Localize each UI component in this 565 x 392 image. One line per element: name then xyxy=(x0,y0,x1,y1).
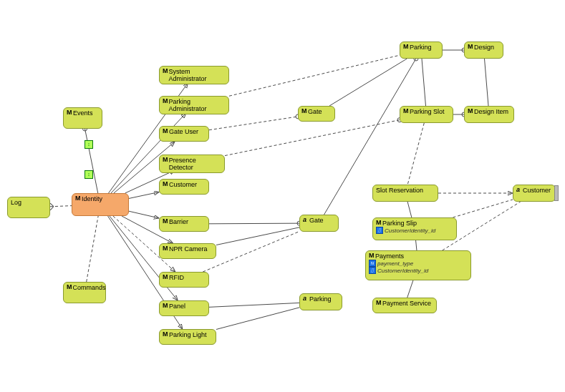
stereotype-icon: M xyxy=(67,284,72,290)
entity-log[interactable]: Log xyxy=(7,197,50,218)
entity-label: Gate User xyxy=(169,128,198,135)
stereotype-icon: M xyxy=(163,181,168,187)
entity-panel[interactable]: MPanel xyxy=(159,300,209,316)
entity-label: Payments xyxy=(375,253,404,260)
entity-label: Gate xyxy=(309,217,324,224)
entity-gateuser[interactable]: MGate User xyxy=(159,126,209,142)
stereotype-icon: a xyxy=(303,217,309,222)
entity-label: System Administrator xyxy=(169,68,226,82)
relation-edge[interactable] xyxy=(422,59,426,106)
entity-parking[interactable]: MParking xyxy=(400,41,443,59)
entity-label: Log xyxy=(11,199,21,206)
relation-edge[interactable] xyxy=(416,240,417,250)
resize-handle[interactable] xyxy=(554,185,559,201)
note-icon[interactable]: ↕ xyxy=(84,140,93,149)
relation-edge[interactable] xyxy=(129,192,159,198)
entity-acustomer[interactable]: aCustomer xyxy=(513,185,556,202)
relation-edge[interactable] xyxy=(209,223,299,224)
entity-designitem[interactable]: MDesign Item xyxy=(464,106,514,123)
entity-label: Payment Service xyxy=(382,300,431,307)
stereotype-icon: M xyxy=(403,108,409,114)
stereotype-icon: M xyxy=(163,303,168,308)
relation-edge[interactable] xyxy=(453,200,513,217)
entity-sysadmin[interactable]: MSystem Administrator xyxy=(159,66,229,84)
entity-label: Gate xyxy=(308,108,322,115)
relation-edge[interactable] xyxy=(329,59,407,106)
relation-edge[interactable] xyxy=(407,202,412,217)
entity-identity[interactable]: MIdentity xyxy=(72,193,129,216)
entity-label: Parking xyxy=(410,44,432,51)
entity-parkadmin[interactable]: MParking Administrator xyxy=(159,96,229,114)
stereotype-icon: M xyxy=(163,98,168,104)
stereotype-icon: M xyxy=(163,68,168,74)
entity-label: Parking Light xyxy=(169,331,207,338)
entity-label: Parking Slot xyxy=(410,108,445,115)
entity-npr[interactable]: MNPR Camera xyxy=(159,243,216,259)
relation-edge[interactable] xyxy=(209,303,299,307)
entity-label: Presence Detector xyxy=(169,157,221,171)
relation-edge[interactable] xyxy=(87,216,98,282)
entity-label: Commands xyxy=(73,284,106,291)
entity-label: Panel xyxy=(169,303,185,310)
entity-presence[interactable]: MPresence Detector xyxy=(159,155,225,173)
entity-label: Parking Administrator xyxy=(169,98,226,112)
entity-design[interactable]: MDesign xyxy=(464,41,503,59)
entity-payservice[interactable]: MPayment Service xyxy=(372,298,437,313)
stereotype-icon: M xyxy=(163,157,168,162)
relation-edge[interactable] xyxy=(407,123,424,185)
entity-label: RFID xyxy=(169,274,184,281)
entity-label: Barrier xyxy=(169,218,188,225)
entity-barrier[interactable]: MBarrier xyxy=(159,216,209,232)
entity-label: Events xyxy=(73,109,93,117)
relation-edge[interactable] xyxy=(407,280,413,298)
entity-label: Identity xyxy=(82,195,102,202)
stereotype-icon: M xyxy=(403,44,409,49)
relation-edge[interactable] xyxy=(225,120,400,156)
stereotype-icon: M xyxy=(75,195,81,201)
entity-aparking[interactable]: aParking xyxy=(299,293,342,310)
entity-label: Slot Reservation xyxy=(376,187,423,194)
attribute-row: ⌷CustomerIdentity_id xyxy=(369,267,468,274)
entity-label: Parking Slip xyxy=(382,220,417,227)
entity-gate[interactable]: MGate xyxy=(298,106,335,122)
stereotype-icon: M xyxy=(376,220,382,225)
entity-parklight[interactable]: MParking Light xyxy=(159,329,216,345)
stereotype-icon: M xyxy=(376,300,382,305)
entity-parkslip[interactable]: MParking Slip⌷CustomerIdentity_id xyxy=(372,217,457,240)
relation-edge[interactable] xyxy=(229,55,400,96)
stereotype-icon: M xyxy=(67,109,72,115)
entity-events[interactable]: MEvents xyxy=(63,107,102,129)
entity-label: Customer xyxy=(523,187,551,194)
relation-edge[interactable] xyxy=(485,59,489,106)
enum-icon: N xyxy=(369,260,376,267)
stereotype-icon: M xyxy=(163,274,168,280)
relation-edge[interactable] xyxy=(209,117,298,130)
relation-edge[interactable] xyxy=(203,232,299,272)
entity-slotres[interactable]: Slot Reservation xyxy=(372,185,438,202)
entity-rfid[interactable]: MRFID xyxy=(159,272,209,288)
stereotype-icon: M xyxy=(369,253,375,258)
stereotype-icon: M xyxy=(163,245,168,251)
entity-label: Customer xyxy=(169,181,197,188)
foreignkey-icon: ⌷ xyxy=(376,227,383,234)
stereotype-icon: M xyxy=(163,128,168,134)
relation-edge[interactable] xyxy=(216,308,299,330)
stereotype-icon: M xyxy=(163,331,168,337)
foreignkey-icon: ⌷ xyxy=(369,267,376,274)
entity-label: NPR Camera xyxy=(169,245,208,253)
entity-parkslot[interactable]: MParking Slot xyxy=(400,106,453,123)
entity-agate[interactable]: aGate xyxy=(299,215,339,232)
entity-label: Design xyxy=(474,44,494,51)
relation-edge[interactable] xyxy=(85,129,98,193)
stereotype-icon: a xyxy=(516,187,522,192)
attribute-row: ⌷CustomerIdentity_id xyxy=(376,227,453,234)
entity-customer[interactable]: MCustomer xyxy=(159,179,209,195)
relation-edge[interactable] xyxy=(216,227,299,245)
note-icon[interactable]: ↕ xyxy=(84,170,93,179)
stereotype-icon: a xyxy=(303,295,309,301)
entity-commands[interactable]: MCommands xyxy=(63,282,106,303)
stereotype-icon: M xyxy=(468,108,473,114)
entity-payments[interactable]: MPaymentsNpayment_type⌷CustomerIdentity_… xyxy=(365,250,471,280)
relation-edge[interactable] xyxy=(129,211,159,218)
relation-edge[interactable] xyxy=(50,206,72,207)
